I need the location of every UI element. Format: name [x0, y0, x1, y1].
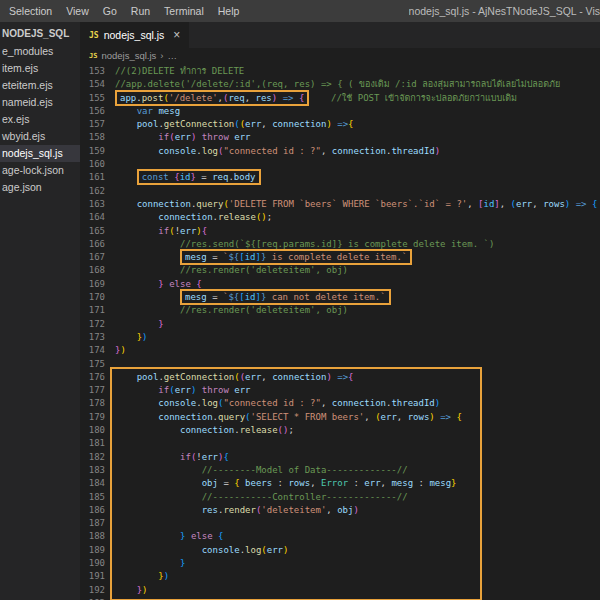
- code-line[interactable]: 163 connection.query('DELETE FROM `beers…: [80, 198, 600, 211]
- code-line[interactable]: 157 pool.getConnection((err, connection)…: [80, 118, 600, 131]
- line-number[interactable]: 174: [80, 344, 115, 357]
- line-number[interactable]: 173: [80, 331, 115, 344]
- code-line[interactable]: 189 console.log(err): [80, 544, 600, 557]
- line-number[interactable]: 188: [80, 530, 115, 543]
- code-line[interactable]: 191 }): [80, 570, 600, 583]
- line-number[interactable]: 165: [80, 225, 115, 238]
- breadcrumb-file[interactable]: nodejs_sql.js: [101, 50, 156, 61]
- line-number[interactable]: 181: [80, 437, 115, 450]
- code-line[interactable]: 176 pool.getConnection((err, connection)…: [80, 371, 600, 384]
- code-line[interactable]: 161 const {id} = req.body: [80, 171, 600, 184]
- menu-help[interactable]: Help: [211, 5, 247, 17]
- line-number[interactable]: 168: [80, 264, 115, 277]
- code-line[interactable]: 171 //res.render('deleteitem', obj): [80, 304, 600, 317]
- code-line[interactable]: 158 if(err) throw err: [80, 131, 600, 144]
- line-number[interactable]: 161: [80, 171, 115, 184]
- file-item[interactable]: nameid.ejs: [0, 94, 80, 111]
- code-line[interactable]: 181: [80, 437, 600, 450]
- line-number[interactable]: 186: [80, 504, 115, 517]
- line-number[interactable]: 160: [80, 158, 115, 171]
- code-line[interactable]: 168 //res.render('deleteitem', obj): [80, 264, 600, 277]
- code-text: //-----------Controller-------------//: [115, 491, 408, 504]
- line-number[interactable]: 177: [80, 384, 115, 397]
- line-number[interactable]: 180: [80, 424, 115, 437]
- code-line[interactable]: 187: [80, 517, 600, 530]
- file-item[interactable]: age.json: [0, 179, 80, 196]
- file-item[interactable]: item.ejs: [0, 60, 80, 77]
- line-number[interactable]: 169: [80, 278, 115, 291]
- line-number[interactable]: 182: [80, 451, 115, 464]
- line-number[interactable]: 184: [80, 477, 115, 490]
- line-number[interactable]: 158: [80, 131, 115, 144]
- file-item[interactable]: wbyid.ejs: [0, 128, 80, 145]
- line-number[interactable]: 170: [80, 291, 115, 304]
- code-line[interactable]: 180 connection.release();: [80, 424, 600, 437]
- line-number[interactable]: 167: [80, 251, 115, 264]
- line-number[interactable]: 192: [80, 584, 115, 597]
- line-number[interactable]: 163: [80, 198, 115, 211]
- line-number[interactable]: 155: [80, 92, 115, 105]
- line-number[interactable]: 154: [80, 78, 115, 91]
- file-item[interactable]: nodejs_sql.js: [0, 145, 80, 162]
- menu-go[interactable]: Go: [96, 5, 124, 17]
- code-line[interactable]: 164 connection.release();: [80, 211, 600, 224]
- file-item[interactable]: ex.ejs: [0, 111, 80, 128]
- line-number[interactable]: 156: [80, 105, 115, 118]
- annotation-box: mesg = `${[id]} can not delete item.`: [180, 289, 391, 305]
- line-number[interactable]: 187: [80, 517, 115, 530]
- code-line[interactable]: 174}): [80, 344, 600, 357]
- tab-close-icon[interactable]: ×: [173, 28, 180, 42]
- code-line[interactable]: 175: [80, 358, 600, 371]
- line-number[interactable]: 162: [80, 185, 115, 198]
- breadcrumb-tail[interactable]: …: [168, 50, 178, 61]
- menu-terminal[interactable]: Terminal: [157, 5, 211, 17]
- menu-selection[interactable]: Selection: [2, 5, 59, 17]
- code-line[interactable]: 186 res.render('deleteitem', obj): [80, 504, 600, 517]
- code-line[interactable]: 167 mesg = `${[id]} is complete delete i…: [80, 251, 600, 264]
- line-number[interactable]: 179: [80, 411, 115, 424]
- code-line[interactable]: 156 var mesg: [80, 105, 600, 118]
- line-number[interactable]: 164: [80, 211, 115, 224]
- file-item[interactable]: age-lock.json: [0, 162, 80, 179]
- code-line[interactable]: 190 }: [80, 557, 600, 570]
- code-line[interactable]: 155app.post('/delete',(req, res) => { //…: [80, 92, 600, 105]
- code-line[interactable]: 159 console.log("connected id : ?", conn…: [80, 145, 600, 158]
- line-number[interactable]: 171: [80, 304, 115, 317]
- line-number[interactable]: 153: [80, 65, 115, 78]
- line-number[interactable]: 189: [80, 544, 115, 557]
- line-number[interactable]: 157: [80, 118, 115, 131]
- file-item[interactable]: eteitem.ejs: [0, 77, 80, 94]
- code-line[interactable]: 170 mesg = `${[id]} can not delete item.…: [80, 291, 600, 304]
- line-number[interactable]: 175: [80, 358, 115, 371]
- code-line[interactable]: 162: [80, 185, 600, 198]
- line-number[interactable]: 185: [80, 491, 115, 504]
- file-item[interactable]: e_modules: [0, 43, 80, 60]
- code-line[interactable]: 188 } else {: [80, 530, 600, 543]
- code-line[interactable]: 192 }): [80, 584, 600, 597]
- line-number[interactable]: 166: [80, 238, 115, 251]
- line-number[interactable]: 190: [80, 557, 115, 570]
- code-line[interactable]: 179 connection.query('SELECT * FROM beer…: [80, 411, 600, 424]
- code-line[interactable]: 184 obj = { beers : rows, Error : err, m…: [80, 477, 600, 490]
- tab-nodejs-sql[interactable]: JS nodejs_sql.js ×: [80, 22, 189, 48]
- line-number[interactable]: 178: [80, 397, 115, 410]
- code-line[interactable]: 178 console.log("connected id : ?", conn…: [80, 397, 600, 410]
- menu-view[interactable]: View: [59, 5, 96, 17]
- line-number[interactable]: 176: [80, 371, 115, 384]
- tab-label: nodejs_sql.js: [104, 29, 165, 41]
- code-editor[interactable]: 153//(2)DELETE ทำการ DELETE154//app.dele…: [80, 63, 600, 600]
- code-line[interactable]: 182 if(!err){: [80, 451, 600, 464]
- explorer-root-folder[interactable]: NODEJS_SQL: [0, 22, 80, 43]
- line-number[interactable]: 172: [80, 318, 115, 331]
- code-line[interactable]: 185 //-----------Controller-------------…: [80, 491, 600, 504]
- code-line[interactable]: 165 if(!err){: [80, 225, 600, 238]
- code-line[interactable]: 173 }): [80, 331, 600, 344]
- code-line[interactable]: 183 //--------Model of Data-------------…: [80, 464, 600, 477]
- code-line[interactable]: 153//(2)DELETE ทำการ DELETE: [80, 65, 600, 78]
- code-line[interactable]: 177 if(err) throw err: [80, 384, 600, 397]
- line-number[interactable]: 183: [80, 464, 115, 477]
- line-number[interactable]: 159: [80, 145, 115, 158]
- code-line[interactable]: 172 }: [80, 318, 600, 331]
- menu-run[interactable]: Run: [124, 5, 157, 17]
- line-number[interactable]: 191: [80, 570, 115, 583]
